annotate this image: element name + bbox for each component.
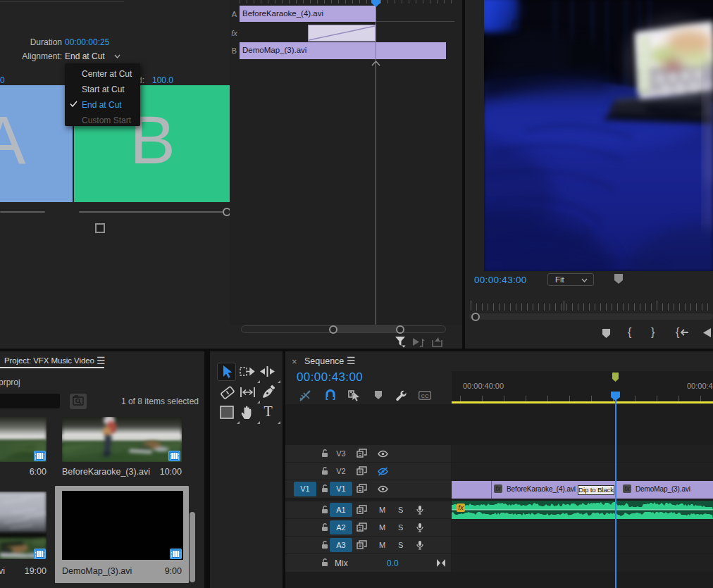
mark-in-icon[interactable]: { xyxy=(628,326,631,339)
lock-icon[interactable] xyxy=(321,505,328,514)
clip-name[interactable]: vi xyxy=(0,566,5,576)
slip-tool-button[interactable] xyxy=(238,383,257,401)
sequence-marker-icon[interactable] xyxy=(612,372,619,382)
lock-icon[interactable] xyxy=(321,449,328,458)
lock-icon[interactable] xyxy=(321,484,328,493)
track-lane[interactable] xyxy=(452,445,713,462)
nest-toggle-icon[interactable] xyxy=(299,389,311,402)
track-target-a2[interactable]: A2 xyxy=(330,520,352,534)
timeline-clip[interactable]: DemoMap_(3).avi xyxy=(636,485,690,493)
zoom-level-select[interactable]: Fit xyxy=(547,273,594,286)
export-icon[interactable] xyxy=(431,336,444,348)
marker-icon[interactable] xyxy=(614,273,624,284)
lock-icon[interactable] xyxy=(321,558,328,567)
menu-item-start-at-cut[interactable]: Start at Cut xyxy=(65,82,140,97)
alignment-dropdown[interactable]: End at Cut xyxy=(65,51,105,61)
effect-zoom-scrollbar-range[interactable] xyxy=(333,326,400,332)
start-value[interactable]: 0 xyxy=(0,75,5,85)
track-lane[interactable] xyxy=(452,537,713,553)
sync-lock-icon[interactable] xyxy=(356,466,367,475)
track-select-forward-tool-button[interactable] xyxy=(238,363,257,381)
program-zoom-handle[interactable] xyxy=(471,313,480,321)
razor-tool-button[interactable] xyxy=(218,383,237,401)
playhead-line[interactable] xyxy=(615,399,616,588)
mic-icon[interactable] xyxy=(416,523,423,532)
start-slider[interactable] xyxy=(0,211,45,213)
filter-properties-icon[interactable] xyxy=(395,336,407,348)
mini-clip-a[interactable]: BeforeKaraoke_(4).avi xyxy=(240,6,376,22)
ripple-edit-tool-button[interactable] xyxy=(259,363,278,381)
rectangle-tool-button[interactable] xyxy=(218,404,237,422)
program-video-frame[interactable] xyxy=(484,0,713,271)
transition-block[interactable] xyxy=(308,25,376,42)
type-tool-button[interactable]: T xyxy=(259,404,278,422)
mini-timeline-ruler[interactable] xyxy=(240,0,458,4)
duration-value[interactable]: 00:00:00:25 xyxy=(65,37,109,47)
timeline-ruler[interactable]: 00:00:40:00 00:00:45 xyxy=(452,371,713,404)
effect-playhead-head[interactable] xyxy=(371,0,380,7)
track-target-a1[interactable]: A1 xyxy=(330,503,352,517)
effect-playhead-line[interactable] xyxy=(376,0,376,325)
search-input[interactable] xyxy=(0,394,60,408)
timeline-timecode[interactable]: 00:00:43:00 xyxy=(297,370,363,384)
mute-button[interactable]: M xyxy=(379,541,385,549)
program-timecode[interactable]: 00:00:43:00 xyxy=(474,275,527,285)
timeline-clip[interactable]: BeforeKaraoke_(4).avi xyxy=(507,485,576,493)
pen-tool-button[interactable] xyxy=(259,383,278,401)
captions-icon[interactable]: CC xyxy=(418,391,431,400)
track-target-v3[interactable]: V3 xyxy=(330,446,352,461)
source-patch-v1[interactable]: V1 xyxy=(294,482,316,496)
bowtie-icon[interactable] xyxy=(436,559,446,567)
mic-icon[interactable] xyxy=(416,505,423,515)
mark-out-icon[interactable]: } xyxy=(651,326,655,339)
mute-button[interactable]: M xyxy=(379,523,385,532)
track-target-a3[interactable]: A3 xyxy=(330,538,352,552)
show-actual-sources-checkbox[interactable] xyxy=(95,223,105,233)
track-lane[interactable] xyxy=(452,519,713,536)
eye-icon[interactable] xyxy=(377,449,389,458)
selection-tool-button[interactable] xyxy=(217,363,236,381)
sync-lock-icon[interactable] xyxy=(356,505,367,514)
hand-tool-button[interactable] xyxy=(238,404,257,422)
add-marker-icon[interactable] xyxy=(374,390,383,400)
linked-selection-icon[interactable] xyxy=(347,389,361,402)
lock-icon[interactable] xyxy=(321,540,328,549)
solo-button[interactable]: S xyxy=(398,523,403,532)
zoom-handle-left[interactable] xyxy=(329,325,337,334)
track-lane[interactable] xyxy=(452,554,713,572)
add-marker-icon[interactable] xyxy=(602,328,611,339)
play-transition-icon[interactable] xyxy=(412,337,426,347)
clip-thumbnail[interactable] xyxy=(62,417,182,462)
panel-menu-icon[interactable]: ☰ xyxy=(347,355,356,366)
program-zoom-scrollbar[interactable] xyxy=(469,313,713,320)
zoom-handle-right[interactable] xyxy=(396,325,404,334)
transition-clip[interactable]: Dip to Black xyxy=(578,485,614,495)
solo-button[interactable]: S xyxy=(398,506,403,514)
go-to-in-icon[interactable]: { xyxy=(676,326,689,339)
mic-icon[interactable] xyxy=(416,540,423,550)
clip-name[interactable]: DemoMap_(3).avi xyxy=(62,566,132,576)
track-target-v2[interactable]: V2 xyxy=(330,464,352,478)
track-target-v1[interactable]: V1 xyxy=(330,482,352,496)
mute-button[interactable]: M xyxy=(379,506,385,514)
project-scrollbar[interactable] xyxy=(190,512,195,582)
timeline-settings-wrench-icon[interactable] xyxy=(395,389,408,402)
menu-item-center-at-cut[interactable]: Center at Cut xyxy=(65,66,140,82)
track-lane[interactable] xyxy=(452,463,713,480)
eye-icon[interactable] xyxy=(377,484,389,494)
solo-button[interactable]: S xyxy=(398,541,403,549)
eye-off-icon[interactable] xyxy=(377,467,389,476)
mini-clip-b[interactable]: DemoMap_(3).avi xyxy=(240,42,446,59)
sync-lock-icon[interactable] xyxy=(356,523,367,532)
sync-lock-icon[interactable] xyxy=(356,484,367,493)
lock-icon[interactable] xyxy=(321,523,328,532)
program-ruler[interactable] xyxy=(471,304,713,311)
sequence-tab[interactable]: Sequence xyxy=(304,356,344,366)
panel-menu-icon[interactable]: ☰ xyxy=(97,355,106,366)
mix-value[interactable]: 0.0 xyxy=(387,558,399,568)
close-icon[interactable]: × xyxy=(292,356,297,367)
end-value[interactable]: 100.0 xyxy=(152,75,173,85)
audio-track-clip[interactable] xyxy=(452,501,713,519)
project-tab[interactable]: Project: VFX Music Video xyxy=(4,356,94,365)
clip-name[interactable]: BeforeKaraoke_(3).avi xyxy=(62,467,150,477)
